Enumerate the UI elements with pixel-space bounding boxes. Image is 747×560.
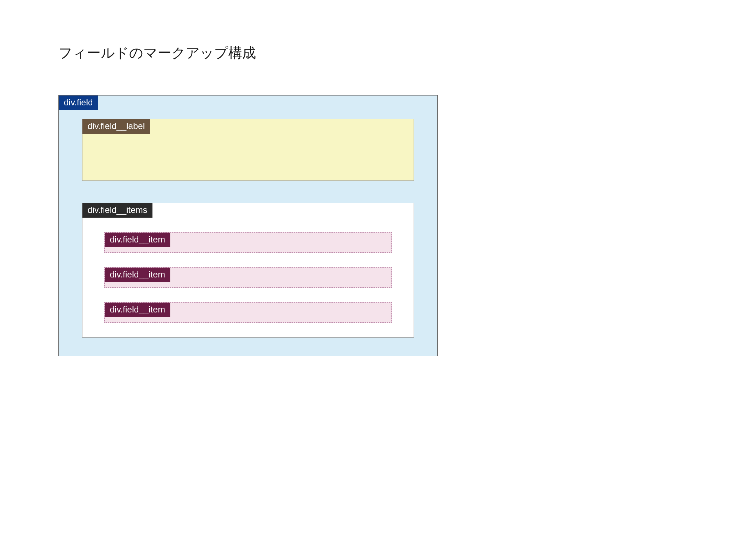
field-box: div.field div.field__label div.field__it… <box>58 95 438 356</box>
diagram-page: フィールドのマークアップ構成 div.field div.field__labe… <box>0 0 496 400</box>
field-item-box: div.field__item <box>104 232 392 253</box>
field-item-tag: div.field__item <box>105 233 170 247</box>
field-items-box: div.field__items div.field__item div.fie… <box>82 203 414 338</box>
page-title: フィールドのマークアップ構成 <box>58 44 438 62</box>
field-items-tag: div.field__items <box>82 203 152 218</box>
field-label-tag: div.field__label <box>82 119 150 134</box>
field-tag: div.field <box>59 96 98 110</box>
field-item-box: div.field__item <box>104 302 392 323</box>
field-label-box: div.field__label <box>82 119 414 181</box>
field-item-tag: div.field__item <box>105 268 170 282</box>
field-item-tag: div.field__item <box>105 303 170 317</box>
field-item-box: div.field__item <box>104 267 392 288</box>
